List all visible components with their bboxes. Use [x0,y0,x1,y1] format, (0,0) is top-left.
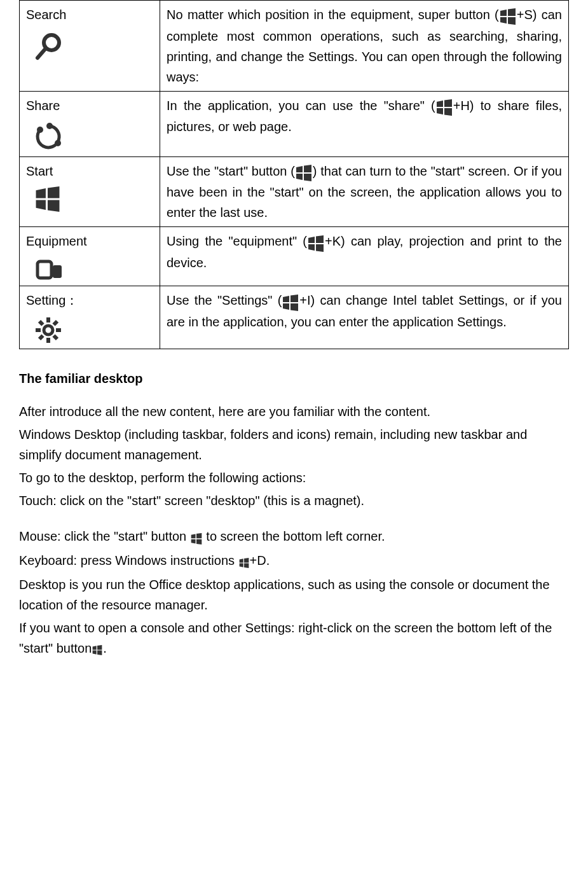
svg-line-1 [38,48,46,58]
svg-line-34 [39,336,43,340]
svg-marker-38 [283,303,289,310]
body-paragraph: Mouse: click the "start" button to scree… [19,526,569,548]
svg-marker-43 [196,539,202,545]
svg-marker-51 [97,651,102,655]
svg-marker-14 [48,186,59,198]
windows-key-icon [307,232,325,253]
row-label: Start [26,164,53,178]
svg-marker-15 [36,200,46,209]
svg-marker-19 [296,174,303,180]
svg-marker-18 [304,165,311,172]
desc-text: Using the "equipment" ( [167,234,307,248]
body-paragraph: Desktop is you run the Office desktop ap… [19,574,569,615]
desc-text: No matter which position in the equipmen… [167,8,499,22]
row-label: Search [26,8,66,22]
row-label-cell: Setting： [20,286,160,349]
svg-marker-36 [283,296,289,302]
row-desc-cell: No matter which position in the equipmen… [160,1,569,92]
share-icon [34,121,153,153]
windows-key-icon [282,291,299,312]
svg-marker-26 [316,244,324,252]
shortcut-text: +K) [325,234,345,248]
svg-point-7 [37,127,43,133]
row-label: Equipment [26,234,87,248]
svg-marker-2 [500,10,507,16]
svg-marker-45 [244,558,249,562]
row-desc-cell: In the application, you can use the "sha… [160,91,569,156]
row-label-cell: Share [20,91,160,156]
svg-marker-24 [316,235,324,243]
body-paragraph: After introduce all the new content, her… [19,401,569,422]
svg-marker-3 [508,8,516,16]
svg-marker-5 [508,17,516,25]
body-paragraph: To go to the desktop, perform the follow… [19,468,569,488]
svg-line-33 [54,336,58,340]
devices-icon [34,256,153,282]
desc-text: In the application, you can use the "sha… [167,99,435,113]
svg-marker-44 [239,558,243,562]
svg-marker-12 [444,108,452,116]
row-desc-cell: Using the "equipment" (+K) can play, pro… [160,227,569,286]
windows-key-icon [190,527,203,548]
svg-marker-49 [97,645,102,649]
body-paragraph: If you want to open a console and other … [19,618,569,660]
table-row: Start Use the "start" button () that can… [20,156,569,227]
svg-marker-13 [36,188,46,198]
svg-marker-48 [93,646,97,650]
table-row: Search No matter which position in the e… [20,1,569,92]
svg-marker-16 [48,200,59,211]
table-row: Setting： [20,286,569,349]
shortcut-text: +H) [453,99,474,113]
settings-icon [34,316,153,345]
row-label: Setting： [26,293,78,307]
start-icon [34,186,153,212]
body-paragraph: Keyboard: press Windows instructions +D. [19,550,569,572]
search-icon [34,30,153,62]
shortcut-text: ) [313,164,317,178]
svg-marker-46 [239,563,243,567]
svg-marker-20 [304,174,311,181]
row-label-cell: Search [20,1,160,92]
row-label-cell: Equipment [20,227,160,286]
windows-key-icon [238,552,250,572]
section-heading: The familiar desktop [19,368,569,389]
body-paragraph: Windows Desktop (including taskbar, fold… [19,424,569,465]
svg-marker-47 [244,563,249,567]
windows-key-icon [295,162,313,182]
svg-marker-9 [437,101,443,107]
row-label-cell: Start [20,156,160,227]
svg-point-8 [55,140,61,146]
windows-key-icon [435,96,453,116]
charms-table: Search No matter which position in the e… [19,0,569,349]
svg-marker-41 [196,533,202,538]
svg-marker-37 [291,295,298,302]
body-text: to screen the bottom left corner. [203,529,385,543]
shortcut-text: +S) [517,8,537,22]
windows-key-icon [499,6,517,26]
svg-marker-10 [444,99,452,107]
svg-line-35 [54,321,58,325]
body-text: Mouse: click the "start" button [19,529,190,543]
body-text: . [103,641,107,655]
row-desc-cell: Use the "Settings" (+I) can change Intel… [160,286,569,349]
windows-key-icon [92,639,103,660]
shortcut-text: +I) [299,293,315,307]
body-paragraph: Touch: click on the "start" screen "desk… [19,490,569,511]
table-row: Share In the application, you can use th… [20,91,569,156]
table-row: Equipment Using the "equipment" (+K) can… [20,227,569,286]
desc-text: Use the "start" button ( [167,164,295,178]
desc-text: Use the "Settings" ( [167,293,282,307]
body-text: Keyboard: press Windows instructions [19,553,238,567]
svg-line-32 [39,321,43,325]
svg-marker-40 [191,534,195,538]
svg-marker-50 [93,651,97,655]
row-label: Share [26,99,60,113]
svg-marker-11 [437,108,443,114]
body-text: +D. [250,553,270,567]
svg-point-27 [44,326,53,335]
svg-rect-21 [38,261,51,278]
svg-marker-4 [500,17,507,24]
svg-marker-25 [308,244,315,251]
svg-marker-17 [296,166,303,172]
row-desc-cell: Use the "start" button () that can turn … [160,156,569,227]
